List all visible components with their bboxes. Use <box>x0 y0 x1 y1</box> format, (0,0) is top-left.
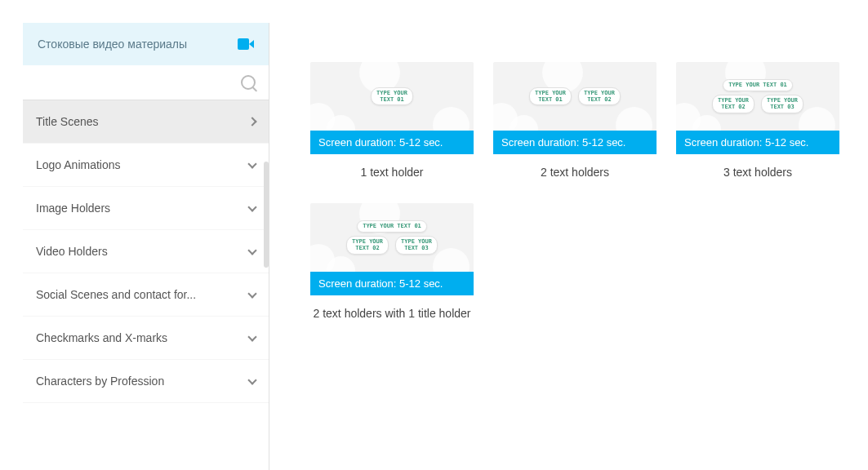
scene-caption: 2 text holders with 1 title holder <box>310 307 474 320</box>
chevron-right-icon <box>247 117 256 126</box>
search-input[interactable] <box>36 76 241 89</box>
category-label: Checkmarks and X-marks <box>36 331 167 344</box>
preview-text-tag: TYPE YOURTEXT 03 <box>395 236 438 255</box>
scene-preview: TYPE YOURTEXT 01 <box>310 62 474 131</box>
category-item[interactable]: Video Holders <box>23 230 269 273</box>
sidebar-scrollbar[interactable] <box>264 162 269 268</box>
duration-bar: Screen duration: 5-12 sec. <box>493 131 657 154</box>
preview-text-tag: TYPE YOUR TEXT 01 <box>723 79 793 91</box>
duration-bar: Screen duration: 5-12 sec. <box>310 131 474 154</box>
scene-card[interactable]: TYPE YOURTEXT 01Screen duration: 5-12 se… <box>310 62 474 179</box>
preview-text-tag: TYPE YOURTEXT 02 <box>712 95 754 113</box>
chevron-down-icon <box>247 375 256 384</box>
duration-bar: Screen duration: 5-12 sec. <box>310 272 474 295</box>
sidebar: Стоковые видео материалы Title ScenesLog… <box>0 23 269 470</box>
preview-text-tag: TYPE YOURTEXT 02 <box>578 87 621 106</box>
category-label: Title Scenes <box>36 115 99 128</box>
stock-video-tab[interactable]: Стоковые видео материалы <box>23 23 269 65</box>
chevron-down-icon <box>247 332 256 341</box>
duration-bar: Screen duration: 5-12 sec. <box>676 131 839 154</box>
chevron-down-icon <box>247 246 256 255</box>
scene-card[interactable]: TYPE YOUR TEXT 01TYPE YOURTEXT 02TYPE YO… <box>676 62 839 179</box>
scene-caption: 3 text holders <box>676 166 839 179</box>
preview-text-tag: TYPE YOURTEXT 01 <box>529 87 572 106</box>
preview-text-tag: TYPE YOUR TEXT 01 <box>357 220 427 232</box>
category-label: Image Holders <box>36 202 110 215</box>
category-label: Logo Animations <box>36 158 121 171</box>
category-label: Video Holders <box>36 245 108 258</box>
video-camera-icon <box>238 38 254 50</box>
scene-caption: 2 text holders <box>493 166 657 179</box>
category-item[interactable]: Logo Animations <box>23 144 269 187</box>
stock-video-label: Стоковые видео материалы <box>38 38 187 51</box>
category-item[interactable]: Social Scenes and contact for... <box>23 273 269 317</box>
scene-caption: 1 text holder <box>310 166 474 179</box>
search-icon[interactable] <box>241 75 256 90</box>
category-item[interactable]: Title Scenes <box>23 100 269 144</box>
scene-card[interactable]: TYPE YOUR TEXT 01TYPE YOURTEXT 02TYPE YO… <box>310 203 474 320</box>
preview-text-tag: TYPE YOURTEXT 02 <box>346 236 389 255</box>
category-item[interactable]: Checkmarks and X-marks <box>23 317 269 360</box>
chevron-down-icon <box>247 159 256 168</box>
preview-text-tag: TYPE YOURTEXT 01 <box>371 87 413 106</box>
scene-preview: TYPE YOUR TEXT 01TYPE YOURTEXT 02TYPE YO… <box>676 62 839 131</box>
chevron-down-icon <box>247 289 256 298</box>
preview-text-tag: TYPE YOURTEXT 03 <box>761 95 803 113</box>
scene-card[interactable]: TYPE YOURTEXT 01TYPE YOURTEXT 02Screen d… <box>493 62 657 179</box>
category-item[interactable]: Image Holders <box>23 187 269 230</box>
content-area: TYPE YOURTEXT 01Screen duration: 5-12 se… <box>269 23 868 470</box>
category-item[interactable]: Characters by Profession <box>23 360 269 403</box>
category-label: Social Scenes and contact for... <box>36 288 196 301</box>
category-list: Title ScenesLogo AnimationsImage Holders… <box>23 100 269 470</box>
category-label: Characters by Profession <box>36 375 164 388</box>
chevron-down-icon <box>247 202 256 211</box>
scene-preview: TYPE YOUR TEXT 01TYPE YOURTEXT 02TYPE YO… <box>310 203 474 272</box>
search-row <box>23 65 269 100</box>
scene-grid: TYPE YOURTEXT 01Screen duration: 5-12 se… <box>310 62 848 320</box>
scene-preview: TYPE YOURTEXT 01TYPE YOURTEXT 02 <box>493 62 657 131</box>
